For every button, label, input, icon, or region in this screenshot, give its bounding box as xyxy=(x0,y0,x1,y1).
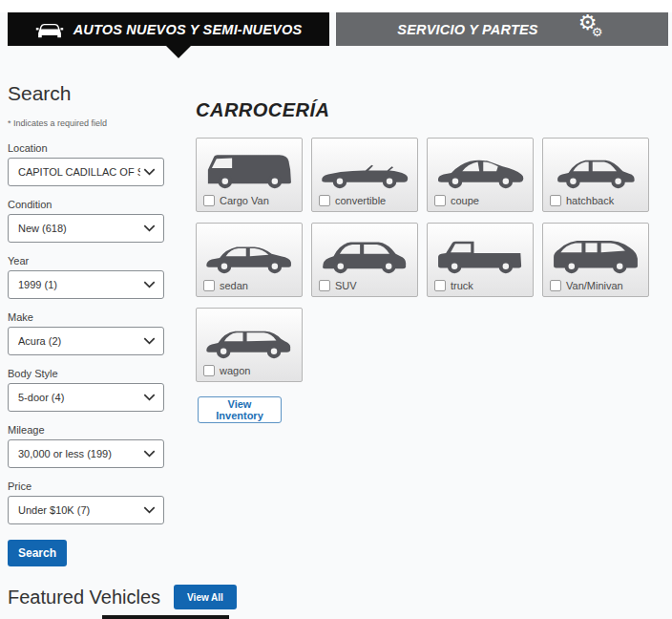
tab-servicio-partes[interactable]: SERVICIO Y PARTES ⚙⚙ xyxy=(336,12,668,46)
body-style-tile-van-minivan[interactable]: Van/Minivan xyxy=(542,223,649,297)
truck-icon xyxy=(434,231,526,275)
required-field-note: * Indicates a required field xyxy=(8,118,164,128)
checkbox-cargo-van[interactable] xyxy=(203,195,215,206)
car-front-icon xyxy=(35,19,64,40)
select-value: Acura (2) xyxy=(18,335,140,347)
chevron-down-icon xyxy=(143,506,156,514)
body-style-label: Cargo Van xyxy=(220,195,269,206)
filter-field: Year 1999 (1) xyxy=(8,255,164,299)
body-style-label: convertible xyxy=(335,195,386,206)
body-style-tile-hatchback[interactable]: hatchback xyxy=(542,138,649,212)
body-style-label: SUV xyxy=(335,280,357,291)
coupe-icon xyxy=(434,146,526,190)
body-style-select[interactable]: 5-door (4) xyxy=(8,383,164,412)
active-tab-pointer xyxy=(166,46,191,58)
body-style-panel: CARROCERÍA Cargo Van convertible coupe h… xyxy=(196,99,654,423)
body-style-tile-suv[interactable]: SUV xyxy=(311,223,418,297)
mileage-select[interactable]: 30,000 or less (199) xyxy=(8,439,164,468)
search-button[interactable]: Search xyxy=(8,540,67,566)
body-style-tile-cargo-van[interactable]: Cargo Van xyxy=(196,138,303,212)
filter-field: Body Style 5-door (4) xyxy=(8,368,164,412)
select-value: 30,000 or less (199) xyxy=(18,448,140,459)
make-select[interactable]: Acura (2) xyxy=(8,327,164,355)
filter-field: Condition New (618) xyxy=(8,199,164,243)
wagon-icon xyxy=(203,316,295,360)
search-sidebar: Search * Indicates a required field Loca… xyxy=(8,82,164,566)
filter-field: Price Under $10K (7) xyxy=(8,480,164,524)
chevron-down-icon xyxy=(143,450,156,458)
select-value: Under $10K (7) xyxy=(18,504,140,516)
checkbox-van-minivan[interactable] xyxy=(550,280,561,291)
body-style-tile-sedan[interactable]: sedan xyxy=(196,223,303,297)
gears-icon: ⚙⚙ xyxy=(578,15,607,44)
carroceria-title: CARROCERÍA xyxy=(196,99,654,121)
year-select[interactable]: 1999 (1) xyxy=(8,270,164,299)
location-select[interactable]: CAPITOL CADILLAC OF SALEM xyxy=(8,158,164,186)
body-style-label: sedan xyxy=(220,280,248,291)
top-navigation: AUTOS NUEVOS Y SEMI-NUEVOS SERVICIO Y PA… xyxy=(8,12,668,46)
tab-label: SERVICIO Y PARTES xyxy=(397,22,537,37)
filter-field: Location CAPITOL CADILLAC OF SALEM xyxy=(8,142,164,186)
tab-label: AUTOS NUEVOS Y SEMI-NUEVOS xyxy=(74,22,303,37)
body-style-tile-wagon[interactable]: wagon xyxy=(196,308,303,382)
chevron-down-icon xyxy=(143,337,156,345)
field-label: Price xyxy=(8,480,164,492)
featured-vehicles-header: Featured Vehicles View All xyxy=(8,585,237,609)
checkbox-sedan[interactable] xyxy=(203,280,215,291)
body-style-label: wagon xyxy=(220,365,250,376)
checkbox-wagon[interactable] xyxy=(203,365,215,376)
checkbox-coupe[interactable] xyxy=(434,195,446,206)
field-label: Year xyxy=(8,255,164,267)
body-style-label: truck xyxy=(451,280,473,291)
checkbox-convertible[interactable] xyxy=(319,195,330,206)
sedan-icon xyxy=(203,231,295,275)
body-style-tile-convertible[interactable]: convertible xyxy=(311,138,418,212)
checkbox-suv[interactable] xyxy=(319,280,330,291)
hatchback-icon xyxy=(550,146,641,190)
filter-field: Mileage 30,000 or less (199) xyxy=(8,424,164,468)
checkbox-hatchback[interactable] xyxy=(550,195,561,206)
select-value: CAPITOL CADILLAC OF SALEM xyxy=(18,166,140,178)
condition-select[interactable]: New (618) xyxy=(8,214,164,243)
chevron-down-icon xyxy=(143,281,156,288)
chevron-down-icon xyxy=(143,394,156,401)
filter-fields: Location CAPITOL CADILLAC OF SALEM Condi… xyxy=(8,142,164,524)
body-style-label: Van/Minivan xyxy=(566,280,623,291)
select-value: 5-door (4) xyxy=(18,392,140,403)
field-label: Body Style xyxy=(8,368,164,379)
field-label: Make xyxy=(8,311,164,323)
van-minivan-icon xyxy=(550,231,641,275)
tab-autos-nuevos[interactable]: AUTOS NUEVOS Y SEMI-NUEVOS xyxy=(8,12,329,46)
body-style-label: coupe xyxy=(451,195,479,206)
cargo-van-icon xyxy=(203,146,295,190)
featured-vehicles-title: Featured Vehicles xyxy=(8,587,160,608)
body-style-tile-coupe[interactable]: coupe xyxy=(427,138,534,212)
view-all-button[interactable]: View All xyxy=(174,585,237,609)
body-style-tile-truck[interactable]: truck xyxy=(427,223,534,297)
filter-field: Make Acura (2) xyxy=(8,311,164,355)
partially-visible-card-edge xyxy=(102,615,229,619)
checkbox-truck[interactable] xyxy=(434,280,446,291)
body-style-label: hatchback xyxy=(566,195,614,206)
top-white-strip xyxy=(0,0,672,12)
price-select[interactable]: Under $10K (7) xyxy=(8,496,164,524)
field-label: Location xyxy=(8,142,164,154)
select-value: 1999 (1) xyxy=(18,279,140,290)
suv-icon xyxy=(319,231,410,275)
field-label: Mileage xyxy=(8,424,164,436)
sidebar-title: Search xyxy=(8,82,164,105)
convertible-icon xyxy=(319,146,410,190)
view-inventory-button[interactable]: View Inventory xyxy=(198,396,282,423)
select-value: New (618) xyxy=(18,223,140,234)
chevron-down-icon xyxy=(143,224,156,232)
body-style-grid: Cargo Van convertible coupe hatchback se… xyxy=(196,138,649,382)
field-label: Condition xyxy=(8,199,164,210)
chevron-down-icon xyxy=(143,168,156,176)
page: AUTOS NUEVOS Y SEMI-NUEVOS SERVICIO Y PA… xyxy=(0,0,672,619)
